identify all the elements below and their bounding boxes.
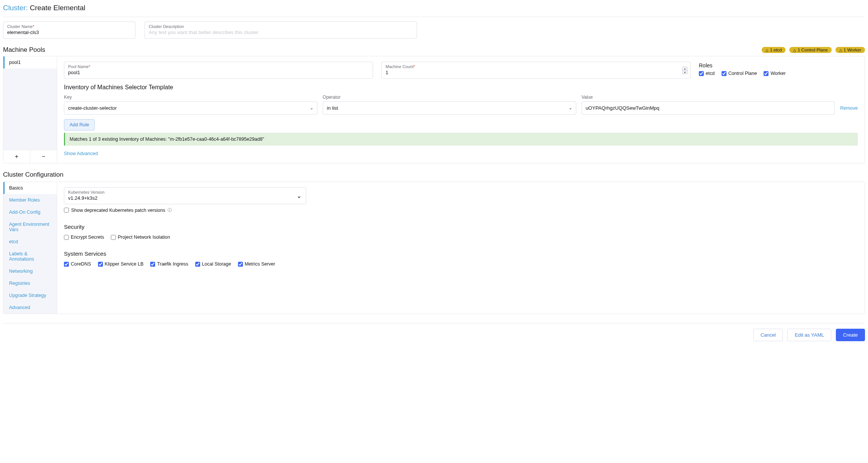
- deprecated-checkbox[interactable]: Show deprecated Kubernetes patch version…: [64, 207, 306, 213]
- chevron-down-icon: ⌄: [297, 193, 301, 199]
- operator-label: Operator: [323, 95, 576, 100]
- badge-worker: 1 Worker: [835, 47, 865, 53]
- chevron-down-icon: ⌄: [310, 106, 313, 110]
- tab-member-roles[interactable]: Member Roles: [3, 194, 57, 206]
- pool-name-field[interactable]: [68, 70, 369, 75]
- key-label: Key: [64, 95, 317, 100]
- operator-value: in list: [327, 105, 338, 111]
- role-worker-checkbox[interactable]: Worker: [764, 71, 786, 76]
- badge-etcd: 1 etcd: [762, 47, 786, 53]
- cluster-desc-input[interactable]: Cluster Description: [145, 22, 417, 39]
- project-isolation-checkbox[interactable]: Project Network Isolation: [111, 235, 170, 240]
- tab-etcd[interactable]: etcd: [3, 236, 57, 248]
- roles-block: Roles etcd Control Plane Worker: [699, 62, 858, 76]
- title-prefix: Cluster:: [3, 4, 28, 12]
- cluster-name-field[interactable]: [7, 30, 131, 35]
- pools-title: Machine Pools: [3, 46, 45, 54]
- tab-labels[interactable]: Labels & Annotations: [3, 248, 57, 265]
- encrypt-secrets-checkbox[interactable]: Encrypt Secrets: [64, 235, 104, 240]
- roles-title: Roles: [699, 62, 858, 68]
- tab-basics[interactable]: Basics: [3, 182, 57, 194]
- localstorage-checkbox[interactable]: Local Storage: [195, 261, 231, 267]
- k8s-version-value: v1.24.9+k3s2: [68, 195, 294, 201]
- chevron-down-icon: ⌄: [569, 106, 572, 110]
- role-cp-checkbox[interactable]: Control Plane: [722, 71, 757, 76]
- metrics-checkbox[interactable]: Metrics Server: [238, 261, 275, 267]
- title-text: Create Elemental: [30, 4, 86, 12]
- cancel-button[interactable]: Cancel: [753, 329, 783, 341]
- cluster-name-input[interactable]: Cluster Name*: [3, 22, 135, 39]
- page-header: Cluster: Create Elemental: [3, 2, 865, 17]
- pools-panel: pool1 + − Pool Name* Machine Count* ▲ ▼: [3, 56, 865, 163]
- cluster-fields: Cluster Name* Cluster Description: [3, 22, 865, 39]
- config-title: Cluster Configuration: [3, 171, 865, 179]
- services-title: System Services: [64, 250, 858, 257]
- value-input[interactable]: uOYPAQrhgzUQQSewTwGinMpq: [582, 101, 835, 115]
- tab-upgrade[interactable]: Upgrade Strategy: [3, 289, 57, 301]
- add-pool-button[interactable]: +: [3, 150, 30, 163]
- coredns-checkbox[interactable]: CoreDNS: [64, 261, 91, 267]
- traefik-checkbox[interactable]: Traefik Ingress: [150, 261, 188, 267]
- create-button[interactable]: Create: [836, 329, 865, 341]
- selector-row: Key create-cluster-selector ⌄ Operator i…: [64, 95, 858, 115]
- remove-rule-link[interactable]: Remove: [840, 106, 858, 115]
- tab-networking[interactable]: Networking: [3, 265, 57, 277]
- page-title: Cluster: Create Elemental: [3, 4, 865, 12]
- pool-name-label: Pool Name*: [68, 64, 369, 69]
- key-value: create-cluster-selector: [68, 105, 117, 111]
- add-rule-button[interactable]: Add Rule: [64, 119, 95, 131]
- info-icon: ⓘ: [168, 207, 172, 213]
- inventory-title: Inventory of Machines Selector Template: [64, 84, 858, 91]
- stepper-down-icon[interactable]: ▼: [683, 71, 687, 74]
- security-title: Security: [64, 224, 858, 230]
- pool-tab-pool1[interactable]: pool1: [3, 56, 57, 68]
- config-body: Kubernetes Version v1.24.9+k3s2 ⌄ Show d…: [57, 182, 865, 314]
- security-block: Security Encrypt Secrets Project Network…: [64, 224, 858, 240]
- pool-badges: 1 etcd 1 Control Plane 1 Worker: [762, 47, 865, 53]
- cluster-desc-field[interactable]: [149, 30, 413, 35]
- stepper-up-icon[interactable]: ▲: [683, 67, 687, 71]
- key-select[interactable]: create-cluster-selector ⌄: [64, 101, 317, 115]
- show-advanced-link[interactable]: Show Advanced: [64, 151, 98, 156]
- cluster-name-label: Cluster Name*: [7, 24, 131, 29]
- machine-count-stepper[interactable]: ▲ ▼: [682, 67, 688, 74]
- pool-body: Pool Name* Machine Count* ▲ ▼ Roles etcd: [57, 56, 865, 163]
- machine-count-field[interactable]: [386, 70, 686, 75]
- value-text: uOYPAQrhgzUQQSewTwGinMpq: [586, 105, 660, 111]
- machine-count-label: Machine Count*: [386, 64, 686, 69]
- cluster-desc-label: Cluster Description: [149, 24, 413, 29]
- remove-pool-button[interactable]: −: [30, 150, 57, 163]
- badge-control-plane: 1 Control Plane: [789, 47, 831, 53]
- footer: Cancel Edit as YAML Create: [3, 323, 865, 341]
- pool-tab-actions: + −: [3, 150, 57, 163]
- tab-registries[interactable]: Registries: [3, 277, 57, 289]
- tab-agent-env[interactable]: Agent Environment Vars: [3, 218, 57, 236]
- config-panel: Basics Member Roles Add-On Config Agent …: [3, 182, 865, 314]
- operator-select[interactable]: in list ⌄: [323, 101, 576, 115]
- k8s-version-select[interactable]: Kubernetes Version v1.24.9+k3s2 ⌄: [64, 187, 306, 204]
- klipper-checkbox[interactable]: Klipper Service LB: [98, 261, 144, 267]
- pool-tabs: pool1 + −: [3, 56, 57, 163]
- config-section: Cluster Configuration Basics Member Role…: [3, 171, 865, 314]
- tab-addon-config[interactable]: Add-On Config: [3, 206, 57, 218]
- k8s-version-label: Kubernetes Version: [68, 190, 294, 194]
- machine-count-input[interactable]: Machine Count* ▲ ▼: [381, 62, 691, 79]
- pools-section-head: Machine Pools 1 etcd 1 Control Plane 1 W…: [3, 46, 865, 54]
- services-block: System Services CoreDNS Klipper Service …: [64, 250, 858, 267]
- edit-yaml-button[interactable]: Edit as YAML: [787, 329, 831, 341]
- matches-banner: Matches 1 of 3 existing Inventory of Mac…: [64, 133, 858, 146]
- role-etcd-checkbox[interactable]: etcd: [699, 71, 715, 76]
- value-label: Value: [582, 95, 835, 100]
- pool-name-input[interactable]: Pool Name*: [64, 62, 373, 79]
- tab-advanced[interactable]: Advanced: [3, 301, 57, 314]
- config-tabs: Basics Member Roles Add-On Config Agent …: [3, 182, 57, 314]
